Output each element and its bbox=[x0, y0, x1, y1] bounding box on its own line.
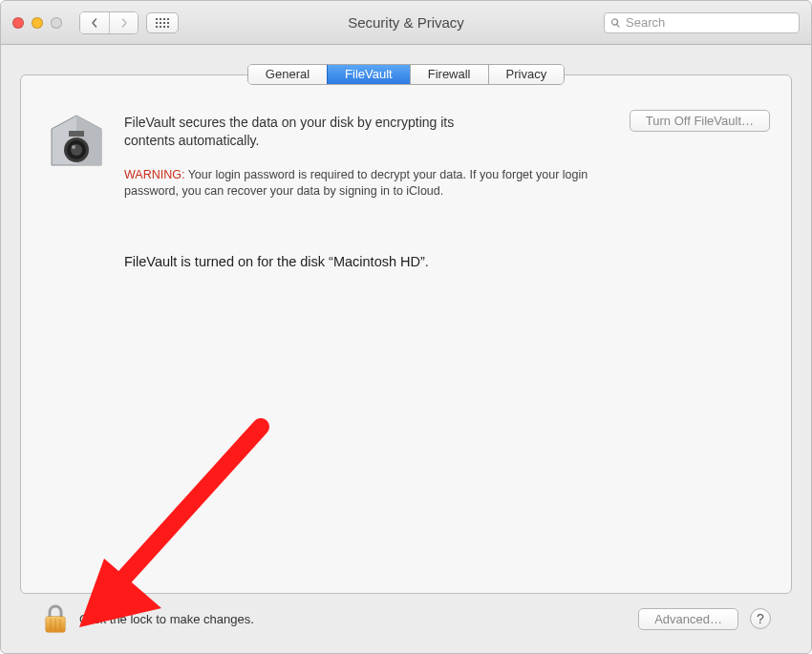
search-input[interactable] bbox=[626, 15, 793, 30]
filevault-header: FileVault secures the data on your disk … bbox=[42, 110, 770, 200]
search-field[interactable] bbox=[604, 12, 800, 33]
grid-icon bbox=[156, 18, 169, 28]
forward-button[interactable] bbox=[109, 12, 138, 33]
filevault-description: FileVault secures the data on your disk … bbox=[124, 114, 487, 150]
back-button[interactable] bbox=[80, 12, 109, 33]
tab-general[interactable]: General bbox=[248, 65, 327, 84]
tab-firewall[interactable]: Firewall bbox=[410, 65, 488, 84]
search-icon bbox=[610, 17, 621, 29]
filevault-warning: WARNING: Your login password is required… bbox=[124, 167, 616, 200]
filevault-icon bbox=[42, 110, 111, 179]
tabs-row: General FileVault Firewall Privacy bbox=[20, 64, 792, 85]
titlebar: Security & Privacy bbox=[1, 1, 811, 45]
preferences-window: Security & Privacy General FileVault Fir… bbox=[0, 0, 812, 654]
turn-off-container: Turn Off FileVault… bbox=[630, 110, 770, 132]
filevault-text: FileVault secures the data on your disk … bbox=[124, 110, 616, 200]
svg-point-6 bbox=[72, 145, 75, 149]
zoom-button[interactable] bbox=[51, 17, 62, 29]
minimize-button[interactable] bbox=[32, 17, 43, 29]
show-all-button[interactable] bbox=[146, 12, 179, 33]
tab-filevault[interactable]: FileVault bbox=[327, 65, 410, 84]
footer-right: Advanced… ? bbox=[638, 608, 771, 630]
warning-label: WARNING: bbox=[124, 168, 184, 181]
help-button[interactable]: ? bbox=[750, 608, 771, 629]
warning-text: Your login password is required to decry… bbox=[124, 168, 588, 199]
nav-back-forward bbox=[79, 11, 139, 34]
tab-panel: FileVault secures the data on your disk … bbox=[20, 74, 792, 594]
tabs: General FileVault Firewall Privacy bbox=[247, 64, 565, 85]
content: General FileVault Firewall Privacy bbox=[1, 45, 811, 653]
lock-hint-text: Click the lock to make changes. bbox=[79, 612, 254, 626]
footer: Click the lock to make changes. Advanced… bbox=[20, 594, 792, 643]
lock-button[interactable] bbox=[41, 601, 70, 636]
tab-privacy[interactable]: Privacy bbox=[488, 65, 565, 84]
turn-off-filevault-button[interactable]: Turn Off FileVault… bbox=[630, 110, 770, 132]
close-button[interactable] bbox=[12, 17, 24, 29]
svg-rect-2 bbox=[69, 131, 84, 137]
advanced-button[interactable]: Advanced… bbox=[638, 608, 738, 630]
filevault-status: FileVault is turned on for the disk “Mac… bbox=[124, 254, 770, 269]
traffic-lights bbox=[12, 17, 62, 29]
